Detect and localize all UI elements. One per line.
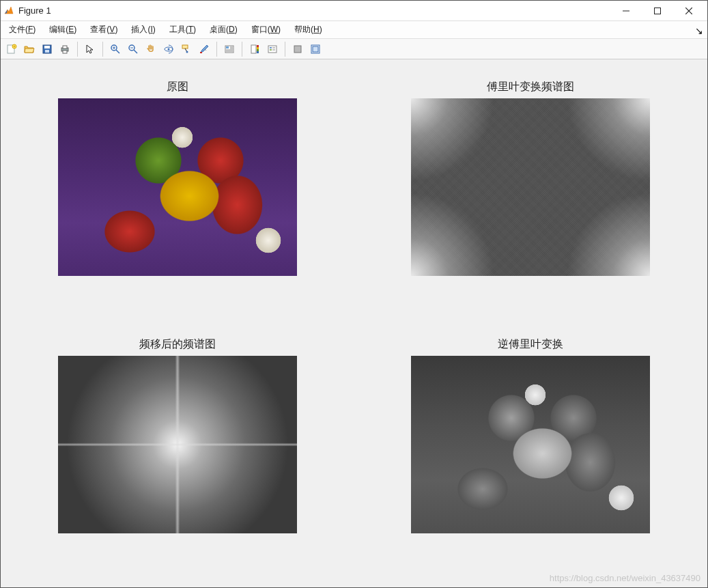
subplot-3-image[interactable] <box>58 356 297 533</box>
subplot-4: 逆傅里叶变换 <box>388 337 674 554</box>
menu-desktop[interactable]: 桌面(D) <box>203 21 244 38</box>
link-button[interactable] <box>221 41 238 57</box>
watermark-text: https://blog.csdn.net/weixin_43637490 <box>550 573 700 583</box>
hide-plot-tools-button[interactable] <box>289 41 306 57</box>
svg-rect-38 <box>294 46 301 53</box>
svg-point-22 <box>168 48 170 50</box>
menu-insert[interactable]: 插入(I) <box>124 21 162 38</box>
svg-rect-27 <box>226 46 229 48</box>
subplot-1: 原图 <box>35 80 320 296</box>
zoom-in-button[interactable] <box>107 41 124 57</box>
svg-rect-32 <box>257 51 259 53</box>
subplot-2-image[interactable] <box>411 98 650 276</box>
menu-file[interactable]: 文件(F) <box>2 21 42 38</box>
figure-canvas: 原图 傅里叶变换频谱图 频移后的频谱图 逆傅里叶变换 https://blog.… <box>1 59 707 587</box>
maximize-button[interactable] <box>642 1 673 21</box>
data-cursor-button[interactable] <box>178 41 195 57</box>
svg-rect-31 <box>257 49 259 51</box>
subplot-4-title: 逆傅里叶变换 <box>498 337 563 352</box>
pan-button[interactable] <box>143 41 159 57</box>
svg-rect-9 <box>44 46 50 48</box>
toolbar <box>1 39 707 59</box>
subplot-4-image[interactable] <box>411 356 650 533</box>
subplot-1-image[interactable] <box>58 98 297 276</box>
menu-tools[interactable]: 工具(T) <box>162 21 203 38</box>
rotate-3d-button[interactable] <box>160 41 177 57</box>
menubar: 文件(F) 编辑(E) 查看(V) 插入(I) 工具(T) 桌面(D) 窗口(W… <box>1 21 707 39</box>
open-button[interactable] <box>21 41 38 57</box>
svg-point-24 <box>186 51 188 53</box>
menu-window[interactable]: 窗口(W) <box>244 21 287 38</box>
subplot-2: 傅里叶变换频谱图 <box>388 80 674 296</box>
close-button[interactable] <box>673 1 705 21</box>
subplot-3: 频移后的频谱图 <box>35 337 320 554</box>
colorbar-button[interactable] <box>246 41 263 57</box>
svg-rect-33 <box>268 46 277 53</box>
menu-help[interactable]: 帮助(H) <box>287 21 329 38</box>
new-figure-button[interactable] <box>3 41 20 57</box>
svg-rect-13 <box>63 51 67 53</box>
svg-rect-1 <box>655 8 661 14</box>
print-button[interactable] <box>57 41 73 57</box>
titlebar: Figure 1 <box>1 1 707 21</box>
svg-rect-40 <box>313 46 318 52</box>
svg-line-19 <box>134 50 137 53</box>
matlab-app-icon <box>3 5 14 16</box>
dock-arrow-icon[interactable]: ↘ <box>695 25 703 36</box>
subplot-1-title: 原图 <box>167 80 188 94</box>
svg-rect-25 <box>200 52 202 53</box>
menu-edit[interactable]: 编辑(E) <box>42 21 83 38</box>
subplot-2-title: 傅里叶变换频谱图 <box>487 80 574 94</box>
svg-rect-12 <box>63 46 67 48</box>
zoom-out-button[interactable] <box>125 41 141 57</box>
svg-rect-23 <box>182 45 188 48</box>
legend-button[interactable] <box>264 41 281 57</box>
brush-button[interactable] <box>196 41 212 57</box>
pointer-button[interactable] <box>82 41 98 57</box>
svg-rect-29 <box>257 45 259 47</box>
svg-rect-28 <box>251 45 256 53</box>
show-plot-tools-button[interactable] <box>307 41 324 57</box>
svg-rect-30 <box>257 47 259 49</box>
menu-view[interactable]: 查看(V) <box>83 21 124 38</box>
save-button[interactable] <box>39 41 55 57</box>
minimize-button[interactable] <box>610 1 642 21</box>
svg-rect-10 <box>45 50 49 53</box>
svg-line-15 <box>116 50 119 53</box>
subplot-3-title: 频移后的频谱图 <box>139 337 216 352</box>
window-title: Figure 1 <box>18 5 51 16</box>
